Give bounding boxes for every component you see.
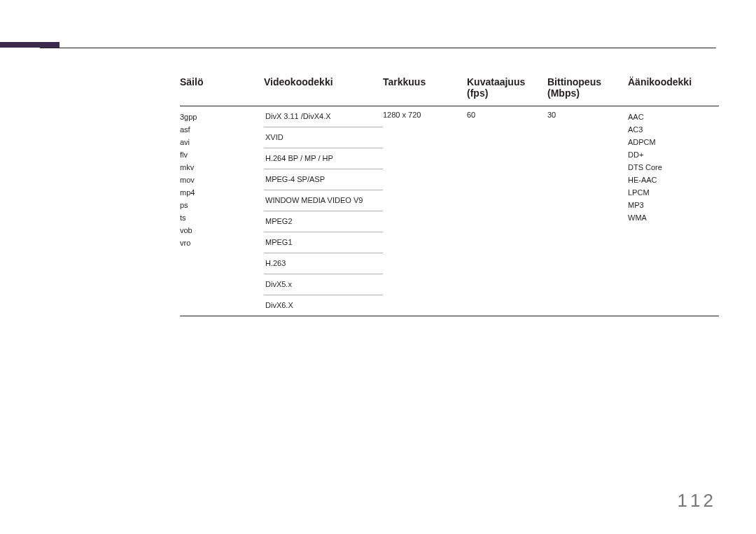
spec-table-wrapper: Säilö Videokoodekki Tarkkuus Kuvataajuus… <box>180 72 719 316</box>
list-item: MPEG-4 SP/ASP <box>264 169 383 190</box>
list-item: ADPCM <box>628 136 719 148</box>
th-bitrate: Bittinopeus (Mbps) <box>547 72 628 106</box>
list-item: ts <box>180 211 264 224</box>
th-videocodec: Videokoodekki <box>264 72 383 106</box>
list-item: mov <box>180 174 264 186</box>
list-item: MPEG2 <box>264 211 383 232</box>
list-item: avi <box>180 136 264 148</box>
list-item: DivX 3.11 /DivX4.X <box>264 106 383 127</box>
list-item: 3gpp <box>180 111 264 123</box>
list-item: WINDOW MEDIA VIDEO V9 <box>264 190 383 211</box>
list-item: flv <box>180 148 264 161</box>
cell-framerate: 60 <box>467 106 547 316</box>
cell-resolution: 1280 x 720 <box>383 106 467 316</box>
list-item: WMA <box>628 211 719 224</box>
list-item: XVID <box>264 127 383 148</box>
list-item: asf <box>180 123 264 136</box>
list-item: MPEG1 <box>264 232 383 253</box>
list-item: DD+ <box>628 148 719 161</box>
table-header-row: Säilö Videokoodekki Tarkkuus Kuvataajuus… <box>180 72 719 106</box>
list-item: H.264 BP / MP / HP <box>264 148 383 169</box>
list-item: DTS Core <box>628 161 719 174</box>
container-list: 3gpp asf avi flv mkv mov mp4 ps ts vob v… <box>180 111 264 249</box>
chapter-tab <box>0 42 59 48</box>
list-item: mkv <box>180 161 264 174</box>
list-item: DivX5.x <box>264 274 383 295</box>
th-audiocodec: Äänikoodekki <box>628 72 719 106</box>
th-container: Säilö <box>180 72 264 106</box>
codec-spec-table: Säilö Videokoodekki Tarkkuus Kuvataajuus… <box>180 72 719 316</box>
list-item: AAC <box>628 111 719 123</box>
page-number: 112 <box>678 490 716 512</box>
page: Säilö Videokoodekki Tarkkuus Kuvataajuus… <box>0 0 756 534</box>
list-item: ps <box>180 199 264 211</box>
list-item: AC3 <box>628 123 719 136</box>
list-item: H.263 <box>264 253 383 274</box>
cell-videocodecs: DivX 3.11 /DivX4.X XVID H.264 BP / MP / … <box>264 106 383 316</box>
audiocodec-list: AAC AC3 ADPCM DD+ DTS Core HE-AAC LPCM M… <box>628 111 719 224</box>
cell-bitrate: 30 <box>547 106 628 316</box>
th-framerate: Kuvataajuus (fps) <box>467 72 547 106</box>
list-item: MP3 <box>628 199 719 211</box>
list-item: vro <box>180 237 264 249</box>
list-item: DivX6.X <box>264 295 383 316</box>
cell-containers: 3gpp asf avi flv mkv mov mp4 ps ts vob v… <box>180 106 264 316</box>
list-item: HE-AAC <box>628 174 719 186</box>
table-row: 3gpp asf avi flv mkv mov mp4 ps ts vob v… <box>180 106 719 316</box>
th-resolution: Tarkkuus <box>383 72 467 106</box>
list-item: LPCM <box>628 186 719 199</box>
list-item: vob <box>180 224 264 237</box>
list-item: mp4 <box>180 186 264 199</box>
top-rule <box>40 48 716 48</box>
cell-audiocodecs: AAC AC3 ADPCM DD+ DTS Core HE-AAC LPCM M… <box>628 106 719 316</box>
